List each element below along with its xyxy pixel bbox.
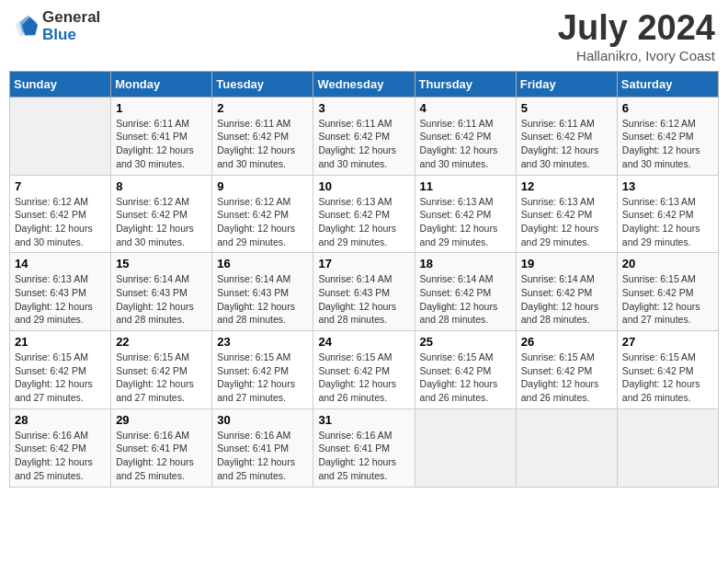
calendar-body: 1Sunrise: 6:11 AM Sunset: 6:41 PM Daylig… (10, 97, 719, 487)
day-number: 12 (521, 179, 612, 193)
header-day-monday: Monday (111, 71, 212, 97)
day-number: 15 (116, 257, 207, 270)
calendar-cell: 21Sunrise: 6:15 AM Sunset: 6:42 PM Dayli… (10, 331, 111, 409)
logo-text: General Blue (42, 9, 100, 43)
header-day-thursday: Thursday (415, 71, 516, 97)
calendar-cell: 16Sunrise: 6:14 AM Sunset: 6:43 PM Dayli… (212, 253, 313, 331)
day-info: Sunrise: 6:11 AM Sunset: 6:42 PM Dayligh… (217, 117, 308, 171)
day-number: 28 (15, 413, 106, 427)
header-day-tuesday: Tuesday (212, 71, 313, 97)
week-row: 14Sunrise: 6:13 AM Sunset: 6:43 PM Dayli… (10, 253, 719, 331)
day-number: 2 (217, 101, 308, 115)
logo: General Blue (13, 9, 100, 43)
day-number: 22 (116, 335, 207, 349)
day-number: 27 (622, 335, 713, 349)
day-number: 8 (116, 179, 207, 193)
day-info: Sunrise: 6:12 AM Sunset: 6:42 PM Dayligh… (622, 117, 713, 171)
calendar-cell: 30Sunrise: 6:16 AM Sunset: 6:41 PM Dayli… (212, 408, 313, 487)
day-number: 29 (116, 413, 207, 427)
header-day-friday: Friday (516, 71, 617, 97)
title-block: July 2024 Hallanikro, Ivory Coast (558, 9, 715, 63)
day-number: 13 (622, 179, 713, 193)
calendar-cell: 20Sunrise: 6:15 AM Sunset: 6:42 PM Dayli… (617, 253, 718, 331)
day-number: 14 (15, 257, 106, 270)
calendar-cell: 1Sunrise: 6:11 AM Sunset: 6:41 PM Daylig… (111, 97, 212, 175)
calendar-cell: 18Sunrise: 6:14 AM Sunset: 6:42 PM Dayli… (415, 253, 516, 331)
calendar-cell: 6Sunrise: 6:12 AM Sunset: 6:42 PM Daylig… (617, 97, 718, 175)
calendar-cell: 14Sunrise: 6:13 AM Sunset: 6:43 PM Dayli… (10, 253, 111, 331)
week-row: 7Sunrise: 6:12 AM Sunset: 6:42 PM Daylig… (10, 175, 719, 253)
header-day-sunday: Sunday (10, 71, 111, 97)
calendar-cell: 17Sunrise: 6:14 AM Sunset: 6:43 PM Dayli… (313, 253, 415, 331)
day-number: 18 (420, 257, 511, 270)
month-title: July 2024 (558, 9, 715, 48)
day-number: 5 (521, 101, 612, 115)
day-number: 16 (217, 257, 308, 270)
day-info: Sunrise: 6:13 AM Sunset: 6:42 PM Dayligh… (318, 195, 409, 249)
header-day-saturday: Saturday (617, 71, 718, 97)
day-number: 20 (622, 257, 713, 270)
day-number: 4 (420, 101, 511, 115)
day-info: Sunrise: 6:14 AM Sunset: 6:43 PM Dayligh… (217, 272, 308, 327)
day-info: Sunrise: 6:12 AM Sunset: 6:42 PM Dayligh… (116, 195, 207, 249)
day-info: Sunrise: 6:15 AM Sunset: 6:42 PM Dayligh… (15, 350, 106, 405)
calendar-cell: 7Sunrise: 6:12 AM Sunset: 6:42 PM Daylig… (10, 175, 111, 253)
calendar-header: SundayMondayTuesdayWednesdayThursdayFrid… (10, 71, 719, 97)
calendar-cell: 4Sunrise: 6:11 AM Sunset: 6:42 PM Daylig… (415, 97, 516, 175)
logo-blue: Blue (42, 27, 100, 44)
day-info: Sunrise: 6:11 AM Sunset: 6:42 PM Dayligh… (318, 117, 409, 171)
day-number: 9 (217, 179, 308, 193)
calendar-cell: 10Sunrise: 6:13 AM Sunset: 6:42 PM Dayli… (313, 175, 415, 253)
day-info: Sunrise: 6:15 AM Sunset: 6:42 PM Dayligh… (420, 350, 511, 405)
day-number: 21 (15, 335, 106, 349)
calendar-cell: 25Sunrise: 6:15 AM Sunset: 6:42 PM Dayli… (415, 331, 516, 409)
calendar-cell: 31Sunrise: 6:16 AM Sunset: 6:41 PM Dayli… (313, 408, 415, 487)
day-number: 31 (318, 413, 409, 427)
day-info: Sunrise: 6:13 AM Sunset: 6:42 PM Dayligh… (622, 195, 713, 249)
calendar-cell: 8Sunrise: 6:12 AM Sunset: 6:42 PM Daylig… (111, 175, 212, 253)
day-number: 1 (116, 101, 207, 115)
calendar-cell: 29Sunrise: 6:16 AM Sunset: 6:41 PM Dayli… (111, 408, 212, 487)
day-info: Sunrise: 6:13 AM Sunset: 6:43 PM Dayligh… (15, 272, 106, 327)
day-number: 7 (15, 179, 106, 193)
week-row: 28Sunrise: 6:16 AM Sunset: 6:42 PM Dayli… (10, 408, 719, 487)
day-info: Sunrise: 6:15 AM Sunset: 6:42 PM Dayligh… (622, 272, 713, 327)
calendar-cell: 19Sunrise: 6:14 AM Sunset: 6:42 PM Dayli… (516, 253, 617, 331)
day-info: Sunrise: 6:12 AM Sunset: 6:42 PM Dayligh… (15, 195, 106, 249)
calendar-cell: 22Sunrise: 6:15 AM Sunset: 6:42 PM Dayli… (111, 331, 212, 409)
logo-general: General (42, 9, 100, 27)
day-info: Sunrise: 6:14 AM Sunset: 6:42 PM Dayligh… (420, 272, 511, 327)
day-info: Sunrise: 6:16 AM Sunset: 6:41 PM Dayligh… (217, 429, 308, 483)
calendar-cell: 24Sunrise: 6:15 AM Sunset: 6:42 PM Dayli… (313, 331, 415, 409)
calendar-cell (617, 408, 718, 487)
day-number: 6 (622, 101, 713, 115)
day-info: Sunrise: 6:11 AM Sunset: 6:42 PM Dayligh… (521, 117, 612, 171)
day-info: Sunrise: 6:15 AM Sunset: 6:42 PM Dayligh… (116, 350, 207, 405)
location: Hallanikro, Ivory Coast (558, 48, 715, 63)
calendar-cell: 5Sunrise: 6:11 AM Sunset: 6:42 PM Daylig… (516, 97, 617, 175)
page-header: General Blue July 2024 Hallanikro, Ivory… (9, 9, 719, 63)
day-info: Sunrise: 6:11 AM Sunset: 6:42 PM Dayligh… (420, 117, 511, 171)
day-number: 26 (521, 335, 612, 349)
day-number: 30 (217, 413, 308, 427)
calendar-cell: 26Sunrise: 6:15 AM Sunset: 6:42 PM Dayli… (516, 331, 617, 409)
day-info: Sunrise: 6:15 AM Sunset: 6:42 PM Dayligh… (622, 350, 713, 405)
calendar-cell (10, 97, 111, 175)
header-row: SundayMondayTuesdayWednesdayThursdayFrid… (10, 71, 719, 97)
day-number: 3 (318, 101, 409, 115)
calendar-cell: 11Sunrise: 6:13 AM Sunset: 6:42 PM Dayli… (415, 175, 516, 253)
day-info: Sunrise: 6:14 AM Sunset: 6:43 PM Dayligh… (116, 272, 207, 327)
week-row: 21Sunrise: 6:15 AM Sunset: 6:42 PM Dayli… (10, 331, 719, 409)
logo-icon (13, 14, 39, 40)
calendar-cell: 13Sunrise: 6:13 AM Sunset: 6:42 PM Dayli… (617, 175, 718, 253)
day-number: 19 (521, 257, 612, 270)
day-number: 17 (318, 257, 409, 270)
header-day-wednesday: Wednesday (313, 71, 415, 97)
calendar-cell: 15Sunrise: 6:14 AM Sunset: 6:43 PM Dayli… (111, 253, 212, 331)
day-info: Sunrise: 6:16 AM Sunset: 6:41 PM Dayligh… (318, 429, 409, 483)
calendar-cell: 27Sunrise: 6:15 AM Sunset: 6:42 PM Dayli… (617, 331, 718, 409)
calendar-cell: 12Sunrise: 6:13 AM Sunset: 6:42 PM Dayli… (516, 175, 617, 253)
calendar-cell: 23Sunrise: 6:15 AM Sunset: 6:42 PM Dayli… (212, 331, 313, 409)
calendar-cell (516, 408, 617, 487)
day-info: Sunrise: 6:15 AM Sunset: 6:42 PM Dayligh… (318, 350, 409, 405)
